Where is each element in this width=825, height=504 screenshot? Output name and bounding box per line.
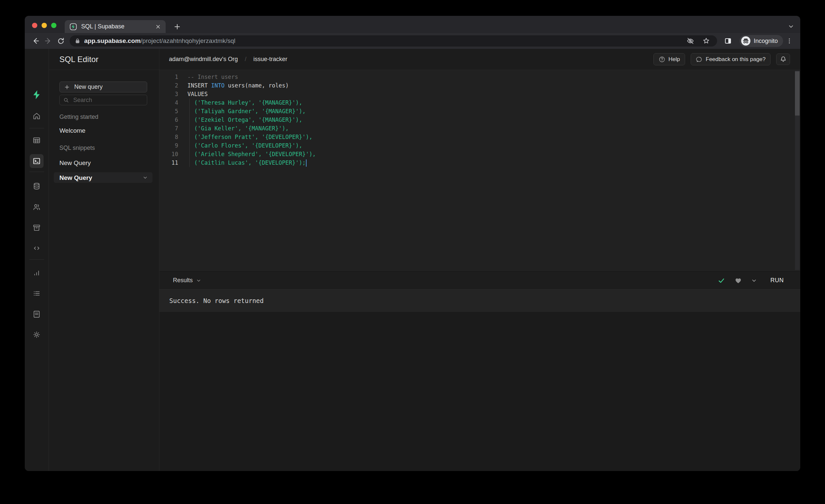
- results-empty-area: [159, 312, 800, 471]
- code-line[interactable]: 2INSERT INTO users(name, roles): [159, 81, 800, 90]
- section-label-getting-started: Getting started: [59, 114, 159, 120]
- sql-code-editor[interactable]: 1-- Insert users2INSERT INTO users(name,…: [159, 70, 800, 271]
- sidebar-item-label: New Query: [59, 174, 92, 181]
- docs-icon[interactable]: [32, 310, 41, 318]
- browser-tab[interactable]: SQL | Supabase: [65, 20, 166, 33]
- code-text: VALUES: [178, 90, 208, 98]
- line-number: 2: [159, 81, 178, 90]
- code-line[interactable]: 8 ('Jefferson Pratt', '{DEVELOPER}'),: [159, 133, 800, 141]
- url-text[interactable]: app.supabase.com/project/azahtnhqohyjerz…: [84, 37, 235, 45]
- tab-search-icon[interactable]: [786, 21, 796, 31]
- close-tab-icon[interactable]: [155, 24, 161, 30]
- auth-icon[interactable]: [32, 203, 41, 211]
- edge-functions-icon[interactable]: [32, 244, 41, 253]
- zoom-window-button[interactable]: [51, 23, 57, 28]
- breadcrumb-project[interactable]: issue-tracker: [253, 56, 287, 63]
- indent-guide: [190, 98, 190, 167]
- code-text: ('Taliyah Gardner', '{MANAGER}'),: [178, 107, 306, 116]
- chevron-down-icon[interactable]: [196, 278, 201, 283]
- lock-icon: [74, 38, 81, 44]
- line-number: 11: [159, 158, 178, 167]
- help-button[interactable]: Help: [653, 53, 685, 65]
- logs-icon[interactable]: [32, 289, 41, 298]
- rail-divider: [29, 128, 44, 128]
- search-box: [59, 95, 147, 105]
- back-icon[interactable]: [29, 34, 42, 47]
- url-path: /project/azahtnhqohyjerzaxtmk/sql: [141, 37, 235, 44]
- editor-scrollbar-thumb[interactable]: [795, 71, 800, 116]
- code-line[interactable]: 10 ('Arielle Shepherd', '{DEVELOPER}'),: [159, 150, 800, 158]
- sql-editor-sidebar: SQL Editor New query Getting startedWelc…: [49, 49, 159, 471]
- search-input[interactable]: [73, 96, 140, 104]
- code-line[interactable]: 9 ('Carlo Flores', '{DEVELOPER}'),: [159, 141, 800, 150]
- reload-icon[interactable]: [55, 34, 67, 47]
- main-content: adam@windmill.dev's Org / issue-tracker …: [159, 49, 800, 471]
- window-controls: [32, 23, 57, 28]
- sidebar-item-selected[interactable]: New Query: [54, 172, 152, 183]
- star-icon[interactable]: [702, 37, 710, 45]
- code-line[interactable]: 4 ('Theresa Hurley', '{MANAGER}'),: [159, 98, 800, 107]
- code-line[interactable]: 3VALUES: [159, 90, 800, 98]
- table-editor-icon[interactable]: [32, 136, 41, 145]
- line-number: 3: [159, 90, 178, 98]
- incognito-label: Incognito: [754, 38, 778, 45]
- feedback-button[interactable]: Feedback on this page?: [691, 53, 770, 65]
- app-header: adam@windmill.dev's Org / issue-tracker …: [159, 49, 800, 70]
- code-text: ('Caitlin Lucas', '{DEVELOPER}');: [178, 158, 307, 167]
- close-window-button[interactable]: [32, 23, 37, 28]
- storage-icon[interactable]: [32, 223, 41, 232]
- supabase-app: SQL Editor New query Getting startedWelc…: [25, 49, 800, 471]
- forward-icon[interactable]: [42, 34, 55, 47]
- code-line[interactable]: 7 ('Gia Keller', '{MANAGER}'),: [159, 124, 800, 133]
- incognito-icon: [741, 36, 750, 46]
- sidebar-item-welcome[interactable]: Welcome: [59, 127, 159, 134]
- breadcrumb-separator: /: [245, 56, 246, 63]
- sql-editor-icon[interactable]: [30, 154, 44, 168]
- settings-icon[interactable]: [32, 331, 41, 339]
- line-number: 9: [159, 141, 178, 150]
- breadcrumb-org[interactable]: adam@windmill.dev's Org: [169, 56, 238, 63]
- run-button[interactable]: RUN: [770, 277, 784, 284]
- database-icon[interactable]: [32, 182, 41, 191]
- chevron-down-icon[interactable]: [751, 278, 757, 284]
- new-query-button[interactable]: New query: [59, 81, 147, 92]
- line-number: 8: [159, 133, 178, 141]
- home-icon[interactable]: [32, 112, 41, 121]
- rail-divider: [29, 260, 44, 260]
- code-line[interactable]: 1-- Insert users: [159, 73, 800, 81]
- code-line[interactable]: 6 ('Ezekiel Ortega', '{MANAGER}'),: [159, 116, 800, 124]
- line-number: 1: [159, 73, 178, 81]
- line-number: 4: [159, 98, 178, 107]
- section-label-sql-snippets: SQL snippets: [59, 145, 159, 151]
- code-line[interactable]: 5 ('Taliyah Gardner', '{MANAGER}'),: [159, 107, 800, 116]
- notifications-button[interactable]: [776, 54, 790, 65]
- page-title: SQL Editor: [59, 55, 99, 64]
- reports-icon[interactable]: [32, 269, 41, 277]
- code-text: INSERT INTO users(name, roles): [178, 81, 289, 90]
- favicon-supabase: [69, 23, 77, 31]
- sidebar-item-new-query[interactable]: New Query: [59, 160, 159, 166]
- line-number: 7: [159, 124, 178, 133]
- sidebar-header: SQL Editor: [49, 49, 159, 70]
- new-query-button-label: New query: [74, 83, 103, 90]
- minimize-window-button[interactable]: [42, 23, 47, 28]
- kebab-menu-icon[interactable]: [783, 34, 796, 47]
- supabase-logo[interactable]: [31, 89, 42, 100]
- line-number: 10: [159, 150, 178, 158]
- code-line[interactable]: 11 ('Caitlin Lucas', '{DEVELOPER}');: [159, 158, 800, 167]
- search-icon: [63, 97, 69, 103]
- text-cursor: [306, 159, 307, 167]
- chevron-down-icon[interactable]: [143, 175, 148, 180]
- line-number: 5: [159, 107, 178, 116]
- results-bar: Results RUN: [159, 271, 800, 289]
- new-tab-icon[interactable]: [172, 21, 182, 32]
- eye-off-icon[interactable]: [686, 37, 695, 45]
- url-bar[interactable]: app.supabase.com/project/azahtnhqohyjerz…: [70, 35, 717, 47]
- favorite-heart-icon[interactable]: [734, 277, 742, 285]
- code-text: ('Ezekiel Ortega', '{MANAGER}'),: [178, 116, 302, 124]
- side-panel-icon[interactable]: [722, 34, 734, 47]
- code-text: ('Arielle Shepherd', '{DEVELOPER}'),: [178, 150, 316, 158]
- incognito-badge[interactable]: Incognito: [740, 35, 783, 47]
- code-text: ('Carlo Flores', '{DEVELOPER}'),: [178, 141, 302, 150]
- results-dropdown-label[interactable]: Results: [173, 277, 193, 284]
